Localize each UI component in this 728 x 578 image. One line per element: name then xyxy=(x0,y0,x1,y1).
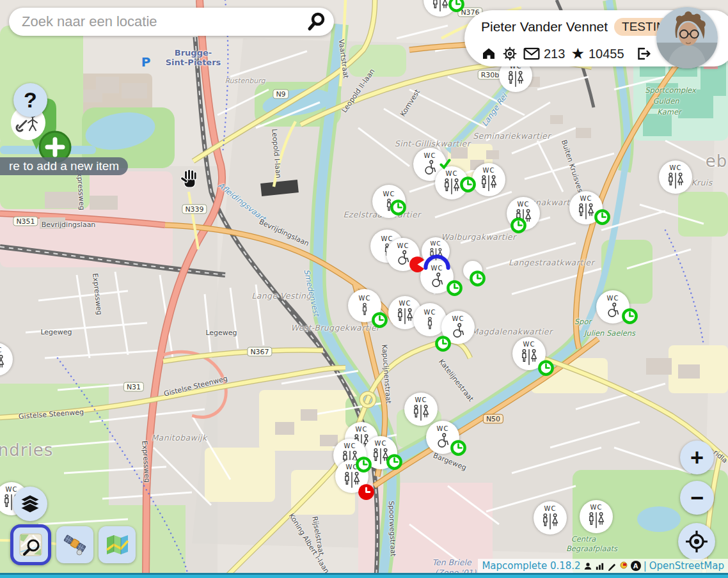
toilet-marker[interactable]: WC xyxy=(472,163,505,196)
attribution-bar: Mapcomplete 0.18.2 A | OpenStreetMap xyxy=(478,559,728,573)
wc-label: WC xyxy=(670,165,682,171)
add-item-tooltip: re to add a new item xyxy=(0,157,128,175)
toilet-marker[interactable]: WC xyxy=(441,311,475,344)
toilet-marker[interactable]: WC xyxy=(404,393,438,426)
toilet-pictogram-mw xyxy=(370,448,391,465)
toilet-pictogram-wh xyxy=(421,160,439,176)
attribution-app[interactable]: Mapcomplete 0.18.2 xyxy=(482,560,580,572)
toilet-pictogram-wh xyxy=(394,250,413,266)
layers-button[interactable] xyxy=(13,487,47,521)
toilet-pictogram-mw xyxy=(576,203,596,220)
toilet-marker[interactable]: WC xyxy=(364,436,397,469)
envelope-icon xyxy=(523,47,540,60)
wc-label: WC xyxy=(431,265,443,272)
toilet-marker[interactable] xyxy=(463,261,482,280)
star-icon: ★ xyxy=(571,46,585,61)
osm-map-magnifier-icon xyxy=(19,533,43,557)
logout-icon[interactable] xyxy=(635,46,652,61)
toilet-pictogram-mw xyxy=(665,172,686,189)
toilet-pictogram-man xyxy=(422,316,438,331)
toilet-pictogram-mw xyxy=(395,308,415,325)
wc-label: WC xyxy=(344,443,356,449)
wc-label: WC xyxy=(375,441,387,447)
wc-label: WC xyxy=(483,168,495,174)
toilet-marker[interactable]: WC xyxy=(435,166,468,199)
wc-label: WC xyxy=(415,397,427,403)
geolocate-button[interactable] xyxy=(678,523,715,560)
toilet-pictogram-man xyxy=(381,198,397,212)
statistics-icon[interactable] xyxy=(595,561,605,571)
toilet-marker[interactable]: WC xyxy=(534,501,567,535)
style-osm-carto-button[interactable] xyxy=(10,524,51,565)
toilet-pictogram-mw xyxy=(441,178,462,195)
search-input[interactable] xyxy=(9,13,306,30)
changesets-button[interactable]: ★ 10455 xyxy=(571,46,624,61)
toilet-pictogram-mw xyxy=(411,404,431,421)
toilet-pictogram-mw xyxy=(430,0,450,12)
avatar[interactable] xyxy=(656,7,718,68)
wc-label: WC xyxy=(0,347,2,354)
wc-label: WC xyxy=(430,241,441,247)
wc-label: WC xyxy=(544,506,557,512)
wc-label: WC xyxy=(424,153,436,159)
toilet-marker[interactable]: WC xyxy=(335,460,368,493)
wc-label: WC xyxy=(381,236,393,242)
wc-label: WC xyxy=(580,196,592,202)
toilet-marker[interactable]: WC xyxy=(580,500,613,533)
gear-icon[interactable] xyxy=(502,46,518,61)
search-icon[interactable] xyxy=(306,12,326,32)
openstreetmap-link[interactable]: OpenStreetMap xyxy=(649,560,724,572)
wc-label: WC xyxy=(518,201,530,208)
help-button[interactable]: ? xyxy=(13,83,47,117)
attribution-a-icon[interactable]: A xyxy=(631,561,641,571)
satellite-icon xyxy=(62,532,88,558)
toilet-marker[interactable]: WC xyxy=(507,197,540,230)
toilet-pictogram-mw xyxy=(513,208,534,226)
toilet-pictogram-wh xyxy=(449,323,468,339)
wc-label: WC xyxy=(359,295,371,302)
hand-cursor-icon xyxy=(179,168,201,194)
toilet-pictogram-mw xyxy=(342,471,362,488)
wc-label: WC xyxy=(6,487,18,493)
wc-label: WC xyxy=(590,504,603,511)
bottom-strip xyxy=(0,573,728,578)
toilet-pictogram-mw xyxy=(0,354,6,371)
toilet-marker[interactable]: WC xyxy=(372,185,406,218)
user-panel: Pieter Vander Vennet TESTING xyxy=(464,10,728,66)
zoom-in-button[interactable]: + xyxy=(680,441,714,474)
toilet-marker[interactable]: WC xyxy=(420,260,454,293)
style-map-button[interactable] xyxy=(99,526,136,563)
toilet-marker[interactable]: WC xyxy=(348,289,381,322)
wc-label: WC xyxy=(523,341,535,348)
toilet-pictogram-wh xyxy=(428,272,447,288)
edit-pencil-icon[interactable] xyxy=(607,561,617,571)
toilet-pictogram-wh xyxy=(434,433,452,449)
messages-count: 213 xyxy=(544,47,565,61)
toilet-pictogram-mw xyxy=(479,175,499,192)
theme-mini-icon xyxy=(619,561,628,571)
layers-icon xyxy=(19,494,41,514)
toilet-marker[interactable]: WC xyxy=(569,191,603,224)
wc-label: WC xyxy=(607,295,619,302)
wc-label: WC xyxy=(437,426,449,432)
wc-label: WC xyxy=(452,316,464,322)
mapcomplete-app: Brugge-Sint-PietersRustenburgSint-Gillis… xyxy=(0,0,728,578)
wc-label: WC xyxy=(383,191,395,198)
toilet-pictogram-mw xyxy=(586,512,606,529)
toilet-marker[interactable]: WC xyxy=(512,337,546,370)
toilet-marker[interactable]: WC xyxy=(596,290,629,324)
location-search-bar xyxy=(9,8,334,36)
messages-button[interactable]: 213 xyxy=(523,47,565,61)
zoom-out-button[interactable]: − xyxy=(680,481,714,515)
home-icon[interactable] xyxy=(481,46,496,61)
wc-label: WC xyxy=(356,426,368,433)
style-satellite-button[interactable] xyxy=(56,526,93,563)
changesets-count: 10455 xyxy=(589,47,624,61)
crosshair-icon xyxy=(685,530,708,553)
contributor-icon[interactable] xyxy=(583,561,592,571)
toilet-marker[interactable]: WC xyxy=(386,238,420,271)
toilet-marker[interactable]: WC xyxy=(426,421,459,454)
toilet-pictogram-mw xyxy=(519,348,539,366)
wc-label: WC xyxy=(446,171,458,177)
toilet-marker[interactable]: WC xyxy=(659,160,692,194)
